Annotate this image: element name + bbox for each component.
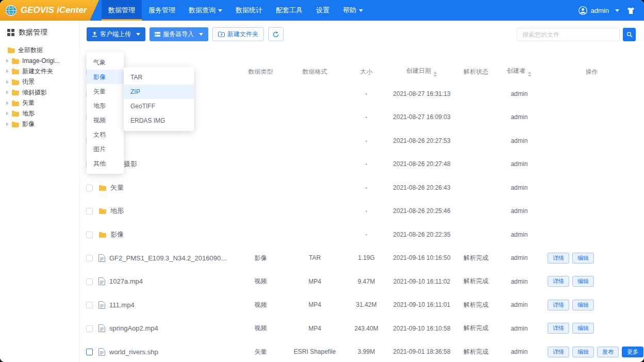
- action-detail-button[interactable]: 详情: [548, 276, 569, 287]
- table-row[interactable]: 1027a.mp4视频MP49.47M2021-09-10 16:11:02解析…: [80, 270, 644, 293]
- upload-menu-item[interactable]: 地形: [87, 98, 124, 113]
- column-header[interactable]: 创建者: [499, 67, 539, 77]
- row-checkbox[interactable]: [86, 325, 93, 332]
- table-row[interactable]: 矢量-2021-08-26 20:26:43admin: [80, 176, 644, 200]
- tree-item-vector[interactable]: 矢量: [0, 98, 79, 109]
- column-header: 解析状态: [453, 68, 499, 76]
- cell-creator: admin: [499, 90, 539, 97]
- nav-item-data-query[interactable]: 数据查询: [182, 0, 229, 21]
- file-icon: [98, 348, 105, 356]
- folder-icon: [11, 121, 19, 127]
- sort-icon[interactable]: [527, 72, 532, 77]
- row-checkbox[interactable]: [86, 278, 93, 285]
- table-row[interactable]: -2021-08-26 20:27:53admin: [80, 129, 644, 153]
- client-upload-label: 客户端上传: [100, 30, 131, 39]
- file-icon: [98, 324, 105, 332]
- nav-item-tools[interactable]: 配套工具: [269, 0, 309, 21]
- cell-date: 2021-09-01 18:36:58: [391, 348, 453, 355]
- action-detail-button[interactable]: 详情: [548, 323, 569, 334]
- action-publish-button[interactable]: 发布: [597, 347, 619, 357]
- tree-label: 影像: [22, 120, 35, 128]
- cell-status: 解析完成: [453, 254, 499, 262]
- table-row[interactable]: springAop2.mp4视频MP4243.40M2021-09-10 16:…: [80, 317, 644, 340]
- tree-item-new-folder[interactable]: 新建文件夹: [0, 66, 79, 77]
- server-import-button[interactable]: 服务器导入: [150, 27, 208, 41]
- format-submenu-item[interactable]: ERDAS IMG: [124, 113, 194, 128]
- refresh-button[interactable]: [268, 27, 284, 41]
- column-header: 数据类型: [234, 68, 288, 76]
- upload-menu-item[interactable]: 影像: [87, 70, 124, 84]
- upload-menu-item[interactable]: 气象: [87, 55, 124, 70]
- file-name: GF2_PMS1_E109.3_N34.2_20160902_L1A000180…: [109, 254, 229, 262]
- table-row[interactable]: 地形-2021-08-26 20:25:46admin: [80, 200, 644, 223]
- nav-item-settings[interactable]: 设置: [309, 0, 336, 21]
- table-row[interactable]: GF2_PMS1_E109.3_N34.2_20160902_L1A000180…: [80, 246, 644, 270]
- file-name: 1027a.mp4: [109, 277, 143, 285]
- upload-menu-item[interactable]: 图片: [87, 142, 124, 156]
- cell-date: 2021-08-26 20:25:46: [391, 207, 453, 215]
- search-input[interactable]: [517, 28, 620, 41]
- file-name: 地形: [110, 206, 124, 216]
- row-checkbox[interactable]: [86, 302, 93, 308]
- nav-item-help[interactable]: 帮助: [336, 0, 370, 21]
- tree-item-image-origi[interactable]: Image-Origi...: [0, 56, 79, 67]
- row-checkbox[interactable]: [86, 208, 93, 215]
- cell-date: 2021-08-27 16:09:03: [391, 113, 453, 121]
- action-more-button[interactable]: 更多: [622, 347, 643, 357]
- username[interactable]: admin: [591, 7, 609, 14]
- tree-item-oblique[interactable]: 倾斜摄影: [0, 87, 79, 98]
- sidebar-title-label: 数据管理: [19, 28, 47, 37]
- new-folder-button[interactable]: 新建文件夹: [212, 27, 264, 41]
- action-detail-button[interactable]: 详情: [548, 253, 569, 264]
- cell-size: -: [342, 184, 391, 191]
- upload-menu-item[interactable]: 矢量: [87, 84, 124, 98]
- format-submenu-item[interactable]: ZIP: [124, 85, 194, 99]
- action-edit-button[interactable]: 编辑: [572, 300, 594, 310]
- cell-creator: admin: [499, 207, 539, 215]
- action-edit-button[interactable]: 编辑: [572, 276, 594, 287]
- search-button[interactable]: [623, 28, 636, 41]
- chevron-right-icon: [6, 90, 9, 94]
- upload-menu-item[interactable]: 视频: [87, 113, 124, 127]
- cell-status: 解析完成: [453, 324, 499, 333]
- folder-icon: [11, 89, 19, 95]
- action-detail-button[interactable]: 详情: [548, 347, 569, 357]
- upload-menu-item[interactable]: 其他: [87, 156, 124, 171]
- action-edit-button[interactable]: 编辑: [572, 323, 594, 334]
- nav-item-data-statistics[interactable]: 数据统计: [229, 0, 269, 21]
- tree-label: 全部数据: [18, 46, 43, 55]
- cell-size: 243.40M: [342, 325, 391, 332]
- nav-label: 数据统计: [236, 6, 262, 15]
- file-icon: [98, 301, 105, 309]
- action-edit-button[interactable]: 编辑: [572, 253, 594, 264]
- table-row[interactable]: 倾斜摄影-2021-08-26 20:27:48admin: [80, 153, 644, 176]
- table-row[interactable]: 影像-2021-08-26 20:22:35admin: [80, 223, 644, 246]
- format-submenu-item[interactable]: GeoTIFF: [124, 99, 194, 113]
- upload-menu-item[interactable]: 文档: [87, 127, 124, 142]
- row-checkbox[interactable]: [86, 349, 93, 355]
- format-submenu-item[interactable]: TAR: [124, 70, 194, 85]
- nav-item-data-management[interactable]: 数据管理: [102, 0, 142, 21]
- cell-size: 9.47M: [342, 278, 391, 285]
- theme-icon[interactable]: [627, 7, 635, 14]
- cell-date: 2021-09-10 16:11:01: [391, 301, 453, 308]
- client-upload-button[interactable]: 客户端上传: [87, 27, 145, 41]
- tree-item-street-view[interactable]: 街景: [0, 77, 79, 88]
- table-row[interactable]: 111.mp4视频MP431.42M2021-09-10 16:11:01解析完…: [80, 293, 644, 317]
- cell-size: -: [342, 231, 391, 238]
- server-import-label: 服务器导入: [163, 30, 194, 39]
- cell-creator: admin: [499, 137, 539, 144]
- tree-item-all-data[interactable]: 全部数据: [0, 45, 79, 56]
- sort-icon[interactable]: [433, 72, 437, 77]
- cell-status: 解析完成: [453, 301, 499, 309]
- column-header[interactable]: 创建日期: [391, 67, 453, 77]
- tree-item-terrain[interactable]: 地形: [0, 108, 79, 119]
- table-row[interactable]: world_rivers.shp矢量ESRI Shapefile3.99M202…: [80, 340, 644, 362]
- row-checkbox[interactable]: [86, 255, 93, 261]
- nav-item-service-management[interactable]: 服务管理: [142, 0, 182, 21]
- action-detail-button[interactable]: 详情: [548, 300, 569, 310]
- tree-item-imagery[interactable]: 影像: [0, 119, 79, 130]
- row-checkbox[interactable]: [86, 185, 93, 191]
- action-edit-button[interactable]: 编辑: [572, 347, 594, 357]
- row-checkbox[interactable]: [86, 232, 93, 238]
